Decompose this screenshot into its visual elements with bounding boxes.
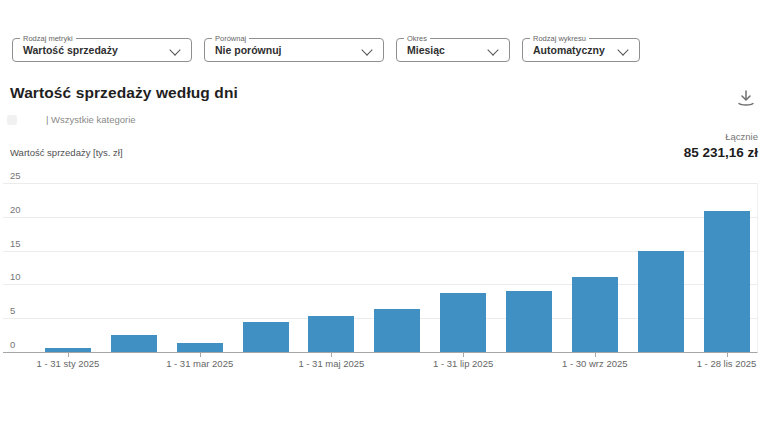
chart-type-select[interactable]: Rodzaj wykresu Automatyczny	[522, 38, 640, 62]
period-value: Miesiąc	[407, 44, 445, 56]
summary-label: Łącznie	[684, 131, 758, 142]
metric-type-value: Wartość sprzedaży	[23, 44, 118, 56]
download-button[interactable]	[734, 88, 758, 110]
legend-note: | Wszystkie kategorie	[46, 114, 136, 125]
summary-total: Łącznie 85 231,16 zł	[684, 131, 758, 160]
chevron-down-icon	[361, 44, 372, 55]
summary-value: 85 231,16 zł	[684, 145, 758, 160]
x-tick	[68, 353, 69, 357]
y-tick-label: 5	[10, 306, 15, 316]
chart-type-label: Rodzaj wykresu	[530, 34, 589, 43]
x-tick	[331, 353, 332, 357]
y-tick-label: 0	[10, 340, 15, 350]
metric-type-select[interactable]: Rodzaj metryki Wartość sprzedaży	[12, 38, 192, 62]
bar[interactable]	[374, 309, 420, 352]
redacted-legend-chip	[7, 115, 17, 125]
bar[interactable]	[177, 343, 223, 352]
bar[interactable]	[704, 211, 750, 352]
bar[interactable]	[638, 251, 684, 352]
y-tick-label: 15	[10, 239, 21, 249]
bar[interactable]	[111, 335, 157, 352]
chevron-down-icon	[487, 44, 498, 55]
metric-type-label: Rodzaj metryki	[20, 34, 76, 43]
gridline	[3, 183, 757, 184]
bar[interactable]	[45, 348, 91, 352]
y-tick-label: 25	[10, 171, 21, 181]
chart-type-value: Automatyczny	[533, 44, 605, 56]
x-tick-label: 1 - 30 wrz 2025	[535, 358, 655, 369]
y-tick-label: 10	[10, 272, 21, 282]
bar[interactable]	[243, 322, 289, 352]
compare-value: Nie porównuj	[215, 44, 282, 56]
x-tick	[200, 353, 201, 357]
page-title: Wartość sprzedaży według dni	[10, 84, 238, 102]
x-tick-label: 1 - 31 mar 2025	[140, 358, 260, 369]
bar[interactable]	[506, 291, 552, 352]
y-axis-title: Wartość sprzedaży [tys. zł]	[10, 147, 123, 158]
y-tick-label: 20	[10, 205, 21, 215]
x-tick-label: 1 - 31 maj 2025	[271, 358, 391, 369]
x-tick-label: 1 - 31 lip 2025	[403, 358, 523, 369]
bar[interactable]	[572, 277, 618, 352]
compare-label: Porównaj	[212, 34, 249, 43]
bar[interactable]	[308, 316, 354, 352]
chevron-down-icon	[169, 44, 180, 55]
x-tick-label: 1 - 31 sty 2025	[8, 358, 128, 369]
bar[interactable]	[440, 293, 486, 352]
download-icon	[734, 88, 758, 110]
chevron-down-icon	[617, 44, 628, 55]
x-tick	[463, 353, 464, 357]
x-tick	[595, 353, 596, 357]
x-tick	[727, 353, 728, 357]
plot-area: 05101520251 - 31 sty 20251 - 31 mar 2025…	[3, 183, 758, 353]
compare-select[interactable]: Porównaj Nie porównuj	[204, 38, 384, 62]
gridline	[3, 217, 757, 218]
analytics-page: Rodzaj metryki Wartość sprzedaży Porówna…	[0, 0, 768, 432]
filter-bar: Rodzaj metryki Wartość sprzedaży Porówna…	[12, 38, 640, 62]
x-tick-label: 1 - 28 lis 2025	[667, 358, 768, 369]
period-select[interactable]: Okres Miesiąc	[396, 38, 510, 62]
period-label: Okres	[404, 34, 430, 43]
